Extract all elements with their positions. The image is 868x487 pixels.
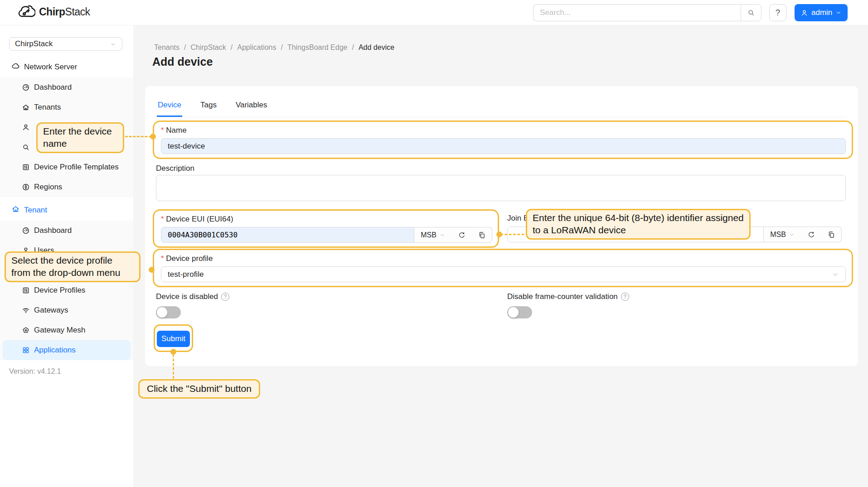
dev-eui-group: MSB xyxy=(161,227,492,243)
tab-variables[interactable]: Variables xyxy=(235,95,268,117)
description-textarea[interactable] xyxy=(156,175,846,201)
dev-eui-byte-order-value: MSB xyxy=(421,231,436,239)
dev-eui-generate-button[interactable] xyxy=(452,227,472,242)
sidebar-item-applications[interactable]: Applications xyxy=(3,340,131,360)
dashboard-icon xyxy=(22,83,30,92)
breadcrumb-tenants[interactable]: Tenants xyxy=(154,43,179,52)
device-profile-value: test-profile xyxy=(168,270,204,279)
join-eui-copy-button[interactable] xyxy=(821,227,841,242)
dev-eui-byte-order-select[interactable]: MSB xyxy=(414,227,452,242)
dev-eui-copy-button[interactable] xyxy=(472,227,492,242)
description-label: Description xyxy=(156,164,194,173)
sidebar-item-device-profiles[interactable]: Device Profiles xyxy=(0,280,133,300)
reload-icon xyxy=(807,231,815,239)
sidebar-section-network-server[interactable]: Network Server xyxy=(0,56,133,77)
add-device-card: DeviceTagsVariables Name Description Dev… xyxy=(145,86,858,366)
home-icon xyxy=(11,205,20,216)
device-disabled-toggle[interactable] xyxy=(156,306,181,318)
reload-icon xyxy=(458,231,466,239)
breadcrumb-separator: / xyxy=(231,43,233,52)
breadcrumb-thingsboard-edge[interactable]: ThingsBoard Edge xyxy=(287,43,348,52)
breadcrumb-chirpstack[interactable]: ChirpStack xyxy=(191,43,226,52)
toggle-knob xyxy=(157,307,167,318)
breadcrumb: Tenants/ChirpStack/Applications/ThingsBo… xyxy=(154,43,394,52)
sidebar-item-label: Dashboard xyxy=(34,83,72,92)
dev-eui-field-highlight: Device EUI (EUI64) MSB xyxy=(153,209,499,248)
frame-counter-toggle[interactable] xyxy=(507,306,532,318)
chirpstack-logo: ChirpStack xyxy=(17,5,90,19)
annotation-dev-eui-tip: Enter the unique 64-bit (8-byte) identif… xyxy=(526,209,751,240)
name-input[interactable] xyxy=(161,138,846,154)
tab-device[interactable]: Device xyxy=(157,95,182,117)
sidebar-item-label: Device Profiles xyxy=(34,286,85,295)
submit-button-highlight: Submit xyxy=(154,324,193,352)
tabs-bar: DeviceTagsVariables xyxy=(157,95,846,117)
wifi-icon xyxy=(22,306,30,314)
dev-eui-input[interactable] xyxy=(161,227,414,243)
sidebar-section-label: Tenant xyxy=(24,206,47,215)
search-input[interactable] xyxy=(533,4,741,21)
home-icon xyxy=(22,103,30,111)
question-icon: ? xyxy=(776,8,781,18)
user-icon xyxy=(800,9,808,17)
join-eui-generate-button[interactable] xyxy=(801,227,821,242)
chevron-down-icon xyxy=(835,10,842,16)
sidebar-section-tenant[interactable]: Tenant xyxy=(0,199,133,221)
brand-regular: Stack xyxy=(65,6,90,18)
chevron-down-icon xyxy=(789,231,795,238)
device-profile-select[interactable]: test-profile xyxy=(161,266,846,282)
chevron-down-icon xyxy=(439,232,446,238)
global-search xyxy=(533,4,761,21)
user-icon xyxy=(22,123,30,131)
connector-dot xyxy=(150,134,156,140)
sidebar-item-label: Device Profile Templates xyxy=(34,163,119,172)
organization-select-value: ChirpStack xyxy=(15,39,53,48)
sidebar-item-gateways[interactable]: Gateways xyxy=(0,300,133,320)
sidebar-item-label: Gateway Mesh xyxy=(34,326,85,335)
frame-counter-label: Disable frame-counter validation ? xyxy=(507,292,629,301)
name-label: Name xyxy=(161,126,187,135)
breadcrumb-applications[interactable]: Applications xyxy=(237,43,276,52)
annotation-submit-tip: Click the "Submit" button xyxy=(138,379,260,399)
sidebar-item-label: Tenants xyxy=(34,103,61,112)
sidebar-item-label: Applications xyxy=(34,346,76,355)
sidebar-item-regions[interactable]: Regions xyxy=(0,177,133,197)
help-button[interactable]: ? xyxy=(769,4,786,21)
annotation-profile-tip: Select the device profile from the drop-… xyxy=(5,251,141,282)
organization-select[interactable]: ChirpStack xyxy=(9,37,122,51)
sidebar-item-gateway-mesh[interactable]: Gateway Mesh xyxy=(0,320,133,340)
admin-menu-button[interactable]: admin xyxy=(795,4,848,21)
sidebar-item-device-profile-templates[interactable]: Device Profile Templates xyxy=(0,157,133,177)
breadcrumb-separator: / xyxy=(184,43,186,52)
join-eui-byte-order-value: MSB xyxy=(770,231,786,239)
app-root: ChirpStack ? admin ChirpStack Network Se… xyxy=(0,0,868,487)
breadcrumb-separator: / xyxy=(281,43,282,52)
grid-icon xyxy=(22,346,30,354)
sidebar-item-label: Dashboard xyxy=(34,226,72,235)
sidebar-item-dashboard[interactable]: Dashboard xyxy=(0,77,133,97)
device-profile-field-highlight: Device profile test-profile xyxy=(153,249,853,287)
search-button[interactable] xyxy=(741,4,761,21)
question-circle-icon: ? xyxy=(221,293,229,301)
sidebar-item-tenants[interactable]: Tenants xyxy=(0,97,133,117)
sidebar-section-label: Network Server xyxy=(24,63,77,72)
tab-tags[interactable]: Tags xyxy=(199,95,218,117)
question-circle-icon: ? xyxy=(621,293,629,301)
dashboard-icon xyxy=(22,227,30,235)
brand-bold: Chirp xyxy=(39,6,65,18)
sliders-icon xyxy=(22,163,30,171)
dev-eui-addon: MSB xyxy=(414,227,492,243)
join-eui-byte-order-select[interactable]: MSB xyxy=(763,227,801,242)
submit-button[interactable]: Submit xyxy=(157,331,190,347)
sliders-icon xyxy=(22,286,30,294)
device-disabled-label-text: Device is disabled xyxy=(156,292,218,301)
breadcrumb-add-device: Add device xyxy=(359,43,394,52)
sidebar-item-label: Gateways xyxy=(34,306,68,315)
device-disabled-label: Device is disabled ? xyxy=(156,292,229,301)
brand-text: ChirpStack xyxy=(39,6,90,18)
dev-eui-label: Device EUI (EUI64) xyxy=(161,215,233,224)
connector-line xyxy=(500,234,529,235)
sidebar-item-dashboard[interactable]: Dashboard xyxy=(0,221,133,241)
frame-counter-label-text: Disable frame-counter validation xyxy=(507,292,618,301)
connector-dot xyxy=(149,267,155,273)
